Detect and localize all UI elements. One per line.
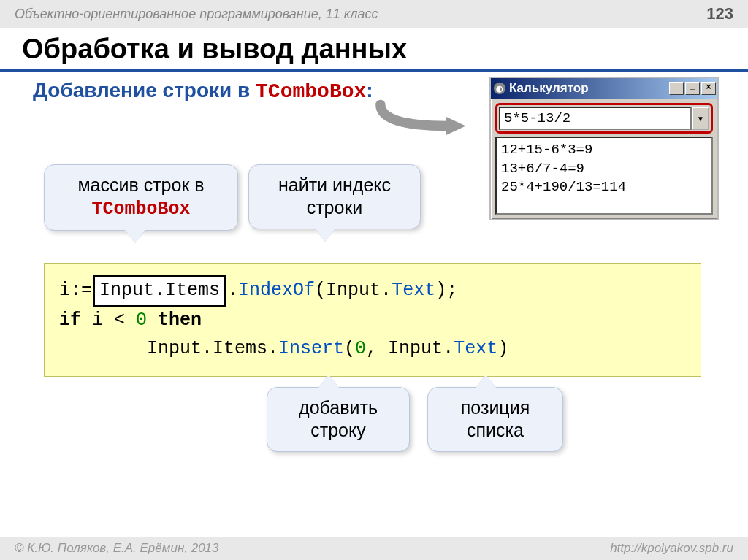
- code-line-3: Input.Items.Insert(0, Input.Text): [59, 335, 686, 364]
- boxed-input-items: Input.Items: [94, 275, 226, 307]
- course-name: Объектно-ориентированное программировани…: [15, 7, 378, 22]
- svg-marker-0: [446, 117, 466, 135]
- combobox-highlight: 5*5-13/2 ▼: [495, 103, 713, 134]
- combobox-input[interactable]: 5*5-13/2: [499, 107, 692, 130]
- app-icon: ◐: [494, 83, 505, 94]
- code-line-2: if i < 0 then: [59, 307, 686, 335]
- maximize-button[interactable]: □: [685, 82, 700, 95]
- slide-header: Объектно-ориентированное программировани…: [0, 0, 748, 28]
- code-block: i:=Input.Items.IndexOf(Input.Text); if i…: [44, 263, 701, 377]
- window-title: Калькулятор: [509, 81, 669, 96]
- calculator-window: ◐ Калькулятор _ □ × 5*5-13/2 ▼ 12+15-6*3…: [489, 77, 719, 220]
- callout-array: массив строк в TComboBox: [44, 164, 238, 231]
- window-titlebar[interactable]: ◐ Калькулятор _ □ ×: [491, 78, 717, 99]
- callout-addline: добавить строку: [267, 387, 410, 452]
- code-line-1: i:=Input.Items.IndexOf(Input.Text);: [59, 275, 686, 307]
- callout-listpos: позиция списка: [427, 387, 563, 452]
- dropdown-button[interactable]: ▼: [692, 107, 709, 130]
- slide-footer: © К.Ю. Поляков, Е.А. Ерёмин, 2013 http:/…: [0, 537, 748, 560]
- page-title: Обработка и вывод данных: [0, 28, 748, 69]
- page-number: 123: [706, 4, 733, 23]
- close-button[interactable]: ×: [701, 82, 716, 95]
- copyright: © К.Ю. Поляков, Е.А. Ерёмин, 2013: [15, 541, 219, 556]
- arrow-icon: [365, 99, 475, 135]
- minimize-button[interactable]: _: [669, 82, 684, 95]
- footer-url: http://kpolyakov.spb.ru: [610, 541, 733, 556]
- combobox-list[interactable]: 12+15-6*3=9 13+6/7-4=9 25*4+190/13=114: [495, 137, 713, 215]
- callout-findindex: найти индекс строки: [248, 164, 421, 229]
